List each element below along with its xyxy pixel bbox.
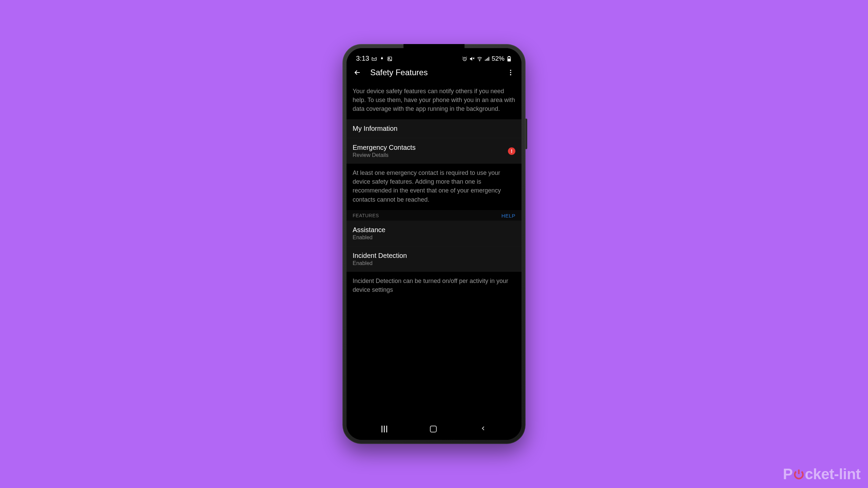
status-right: 52% (462, 55, 512, 62)
my-information-row[interactable]: My Information (347, 119, 521, 138)
svg-rect-7 (508, 56, 510, 57)
my-information-title: My Information (353, 125, 515, 133)
alarm-icon (462, 56, 468, 62)
battery-icon (506, 56, 512, 62)
emergency-contacts-subtitle: Review Details (353, 152, 416, 158)
back-button[interactable] (351, 66, 363, 79)
battery-percent: 52% (492, 55, 505, 62)
chevron-left-icon (480, 425, 487, 432)
more-button[interactable] (505, 66, 517, 79)
svg-point-10 (510, 72, 511, 73)
image-icon (387, 56, 393, 61)
intro-text: Your device safety features can notify o… (347, 82, 521, 119)
app-bar: Safety Features (347, 63, 521, 82)
recents-button[interactable] (381, 426, 387, 432)
nav-bar (347, 420, 521, 440)
notch (403, 44, 465, 54)
incident-detection-status: Enabled (353, 260, 515, 266)
svg-point-11 (510, 74, 511, 76)
incident-detection-title: Incident Detection (353, 252, 515, 260)
assistance-title: Assistance (353, 226, 515, 234)
watermark-pre: P (783, 466, 793, 483)
nav-back-button[interactable] (480, 425, 487, 433)
incident-description: Incident Detection can be turned on/off … (347, 272, 521, 300)
rain-icon (379, 56, 385, 61)
features-section-header: FEATURES HELP (347, 210, 521, 221)
status-time: 3:13 (356, 55, 369, 62)
svg-point-1 (389, 58, 389, 58)
home-button[interactable] (430, 426, 437, 432)
more-vert-icon (507, 69, 514, 76)
screen: 3:13 (347, 48, 521, 440)
assistance-row[interactable]: Assistance Enabled (347, 221, 521, 246)
help-link[interactable]: HELP (501, 213, 515, 219)
wifi-icon (477, 56, 482, 62)
incident-detection-row[interactable]: Incident Detection Enabled (347, 246, 521, 272)
phone-frame: 3:13 (342, 44, 526, 444)
svg-point-5 (479, 60, 480, 61)
content-area: Your device safety features can notify o… (347, 82, 521, 420)
assistance-status: Enabled (353, 235, 515, 241)
arrow-left-icon (353, 68, 361, 77)
page-title: Safety Features (370, 68, 505, 77)
watermark-post: cket-lint (805, 466, 861, 483)
signal-icon (484, 56, 490, 62)
mute-icon (469, 56, 475, 62)
power-icon (793, 468, 805, 480)
emergency-contacts-title: Emergency Contacts (353, 144, 416, 151)
emergency-contacts-row[interactable]: Emergency Contacts Review Details ! (347, 138, 521, 164)
gmail-icon (371, 56, 377, 61)
svg-rect-8 (508, 59, 510, 61)
status-left: 3:13 (356, 55, 393, 62)
alert-mark: ! (511, 148, 513, 154)
watermark: P cket-lint (783, 466, 861, 483)
svg-point-9 (510, 70, 511, 71)
emergency-description: At least one emergency contact is requir… (347, 164, 521, 210)
features-label: FEATURES (353, 213, 379, 218)
alert-icon: ! (508, 147, 515, 155)
